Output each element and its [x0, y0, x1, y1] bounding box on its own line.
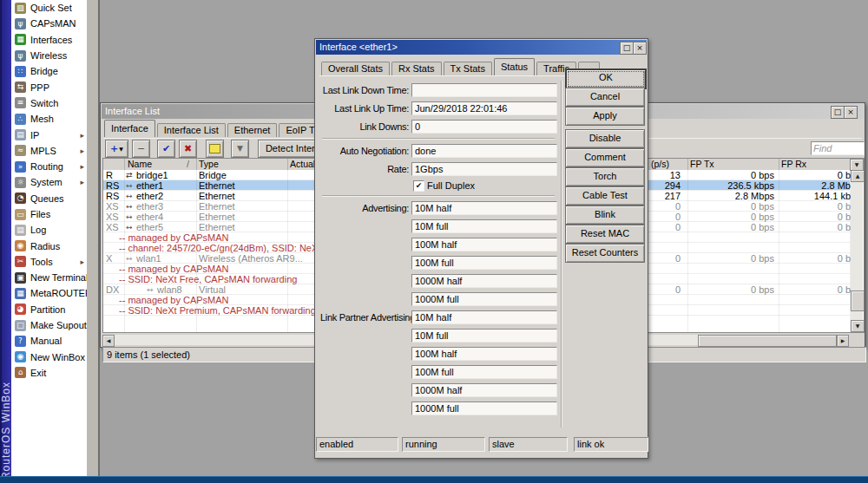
enable-button[interactable]: ✔	[157, 140, 175, 158]
horizontal-scroll-thumb[interactable]	[698, 335, 837, 347]
rate-label: Rate:	[320, 164, 409, 174]
add-button[interactable]: +▼	[105, 140, 128, 158]
col-type[interactable]: Type	[199, 159, 219, 170]
cable-test-button[interactable]: Cable Test	[565, 186, 645, 206]
row-fp-tx: 236.5 kbps	[687, 180, 774, 191]
sidebar-item-quick-set[interactable]: ▨Quick Set	[11, 0, 87, 16]
ethernet-icon: ↔	[126, 180, 133, 191]
apply-button[interactable]: Apply	[565, 107, 645, 126]
sidebar-item-new-winbox[interactable]: ◉New WinBox	[11, 349, 87, 365]
filter-button[interactable]: ▼	[231, 140, 249, 158]
last-link-up-value: Jun/29/2018 22:01:46	[411, 101, 557, 115]
scroll-left-icon[interactable]: ◀	[102, 335, 115, 347]
row-flag: X	[106, 253, 112, 264]
tab-interface[interactable]: Interface	[104, 120, 155, 137]
column-select-icon[interactable]: ▼	[850, 159, 864, 171]
row-fp-rx: 0 b	[779, 170, 851, 180]
link-partner-advertising-100m-half: 100M half	[411, 347, 557, 361]
sidebar-item-new-terminal[interactable]: ▣New Terminal	[11, 270, 87, 285]
tab-ethernet[interactable]: Ethernet	[227, 123, 278, 137]
sidebar-item-capsman[interactable]: ψCAPsMAN	[11, 16, 87, 31]
sidebar-item-queues[interactable]: ◔Queues	[11, 191, 87, 206]
sidebar-item-bridge[interactable]: ∷Bridge	[11, 63, 87, 79]
sidebar-item-log[interactable]: ▤Log	[11, 222, 87, 238]
row-fp-tx: 0 bps	[687, 284, 774, 295]
tab-rx-stats[interactable]: Rx Stats	[391, 62, 442, 75]
sidebar-item-tools[interactable]: ✂Tools▸	[11, 254, 87, 270]
row-flag: XS	[106, 222, 119, 232]
mesh-icon: ∴	[15, 114, 26, 125]
scroll-right-icon[interactable]: ▶	[837, 335, 849, 347]
row-name: ether2	[136, 191, 163, 201]
metarouter-icon: ▦	[15, 288, 26, 299]
torch-button[interactable]: Torch	[565, 167, 645, 186]
row-comment: -- SSID: NeXt Free, CAPsMAN forwarding	[119, 274, 297, 284]
sort-ascending-icon[interactable]: /	[187, 159, 189, 170]
scroll-up-icon[interactable]: ▲	[851, 170, 865, 182]
sidebar-item-switch[interactable]: ≡Switch	[11, 95, 87, 111]
status-link-ok: link ok	[574, 437, 648, 452]
col-fp-rx[interactable]: FP Rx	[781, 159, 806, 170]
submenu-arrow-icon: ▸	[80, 178, 87, 186]
row-fp-rx: 0 b	[779, 212, 851, 222]
ok-button[interactable]: OK	[565, 69, 647, 89]
maximize-icon[interactable]: □	[620, 42, 634, 55]
find-input[interactable]	[811, 141, 865, 155]
new-winbox-icon: ◉	[15, 351, 26, 362]
close-icon[interactable]: ×	[633, 42, 647, 55]
sidebar-item-routing[interactable]: »Routing▸	[11, 159, 87, 174]
sidebar-item-mpls[interactable]: ≈MPLS▸	[11, 143, 87, 159]
sidebar-item-label: Switch	[30, 98, 58, 108]
maximize-icon[interactable]: □	[831, 106, 845, 119]
tab-status[interactable]: Status	[494, 58, 535, 75]
routing-icon: »	[15, 161, 26, 173]
scroll-down-icon[interactable]: ▼	[851, 320, 865, 332]
comment-button-toolbar[interactable]	[206, 140, 224, 158]
tab-interface-list[interactable]: Interface List	[157, 123, 226, 137]
sidebar-item-manual[interactable]: ?Manual	[11, 333, 87, 349]
sidebar-item-radius[interactable]: ◉Radius	[11, 238, 87, 253]
reset-mac-address-button[interactable]: Reset MAC Address	[565, 225, 645, 244]
close-icon[interactable]: ×	[844, 106, 858, 119]
sidebar-item-ppp[interactable]: ⇆PPP	[11, 79, 87, 95]
queues-icon: ◔	[15, 193, 26, 204]
full-duplex-checkbox[interactable]: ✔	[413, 180, 424, 192]
interfaces-icon: ▦	[15, 34, 26, 45]
blink-button[interactable]: Blink	[565, 206, 645, 225]
row-flag: XS	[106, 212, 119, 222]
dialog-titlebar[interactable]: Interface <ether1>	[316, 40, 647, 55]
sidebar-item-exit[interactable]: ⌂Exit	[11, 365, 87, 381]
capsman-icon: ψ	[15, 18, 26, 29]
sidebar-item-system[interactable]: ☼System▸	[11, 174, 87, 190]
row-flag: RS	[106, 191, 119, 201]
col-pps[interactable]: (p/s)	[651, 159, 669, 170]
tab-tx-stats[interactable]: Tx Stats	[444, 62, 492, 75]
sidebar-item-label: Interfaces	[30, 35, 72, 45]
col-name[interactable]: Name	[128, 159, 152, 170]
files-icon: ▭	[15, 209, 26, 220]
link-partner-advertising-1000m-half: 1000M half	[411, 383, 557, 397]
plus-icon: +	[110, 143, 118, 154]
disable-button[interactable]: Disable	[565, 129, 645, 148]
sidebar-item-ip[interactable]: ▤IP▸	[11, 127, 87, 142]
reset-counters-button[interactable]: Reset Counters	[565, 244, 645, 263]
tab-overall-stats[interactable]: Overall Stats	[321, 62, 390, 75]
sidebar-item-mesh[interactable]: ∴Mesh	[11, 111, 87, 127]
remove-button[interactable]: −	[132, 140, 150, 158]
cancel-button[interactable]: Cancel	[565, 88, 645, 107]
log-icon: ▤	[15, 225, 26, 236]
sidebar-item-label: Files	[30, 209, 50, 219]
advertising-label: Advertising:	[320, 203, 409, 213]
sidebar-item-files[interactable]: ▭Files	[11, 206, 87, 222]
dialog-title: Interface <ether1>	[319, 42, 398, 52]
sidebar-item-partition[interactable]: ◕Partition	[11, 302, 87, 317]
disable-button-toolbar[interactable]: ✖	[179, 140, 197, 158]
sidebar-item-make-supout-rif[interactable]: □Make Supout.rif	[11, 317, 87, 333]
comment-button[interactable]: Comment	[565, 148, 645, 167]
sidebar-item-interfaces[interactable]: ▦Interfaces	[11, 32, 87, 48]
sidebar-item-wireless[interactable]: ψWireless	[11, 48, 87, 63]
col-fp-tx[interactable]: FP Tx	[690, 159, 714, 170]
sidebar-item-metarouter[interactable]: ▦MetaROUTER	[11, 285, 87, 301]
sidebar-item-label: Tools	[30, 257, 53, 267]
vertical-scroll-thumb[interactable]	[851, 290, 865, 311]
